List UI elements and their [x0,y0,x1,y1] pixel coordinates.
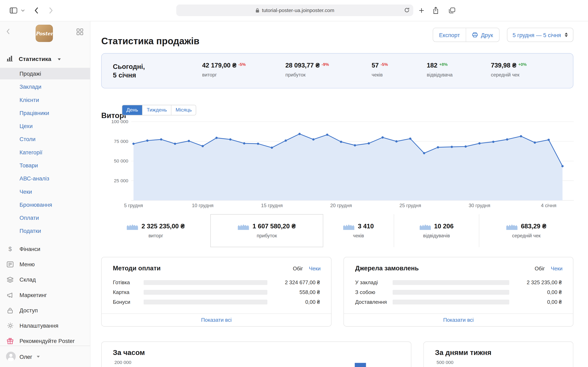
tile-avg-receipt[interactable]: 683,29 ₴ середній чек [479,214,573,247]
sidebar-item-settings[interactable]: Налаштування [0,318,90,333]
svg-text:30 грудня: 30 грудня [468,203,490,208]
sidebar-item-abc-analysis[interactable]: АВС-аналіз [0,172,90,185]
lock-icon [255,8,259,13]
bar-track [393,280,509,285]
svg-text:25 000: 25 000 [114,178,128,183]
print-label: Друк [481,32,493,38]
toggle-receipts[interactable]: Чеки [551,266,562,271]
tile-revenue[interactable]: 2 325 235,00 ₴ виторг [101,214,210,247]
sidebar-item-inventory[interactable]: Склад [0,272,90,287]
url-text: tutorial-poster-ua.joinposter.com [262,8,334,13]
chevron-down-icon[interactable] [20,0,26,21]
sidebar-marketing-label: Маркетинг [20,292,47,298]
svg-text:50 000: 50 000 [114,158,128,164]
source-row-takeaway: З собою 0,00 ₴ [355,287,562,297]
sidebar-item-employees[interactable]: Працівники [0,106,90,119]
show-all-link[interactable]: Показати всі [102,313,331,326]
sidebar-item-marketing[interactable]: Маркетинг [0,287,90,303]
menu-board-icon [7,261,13,267]
today-stat-avg-receipt: 739,98 ₴+0% середній чек [491,62,527,77]
back-icon[interactable] [32,0,40,21]
dollar-icon: $ [7,245,13,252]
export-label: Експорт [439,32,460,38]
user-name: Олег [20,353,33,360]
sidebar-item-finances[interactable]: $ Фінанси [0,241,90,257]
sidebar-item-clients[interactable]: Клієнти [0,93,90,106]
by-weekday-ytick: 500 000 [437,360,453,365]
show-all-link[interactable]: Показати всі [344,313,573,326]
share-icon[interactable] [431,0,440,21]
tile-profit[interactable]: 1 607 580,20 ₴ прибуток [210,214,323,247]
source-row-delivery: Доставлення 0,00 ₴ [355,297,562,307]
sidebar-item-products[interactable]: Товари [0,159,90,172]
export-button[interactable]: Експорт [433,28,466,42]
tab-month[interactable]: Місяць [171,105,196,115]
toggle-turnover[interactable]: Обіг [535,266,545,271]
by-weekday-title: За днями тижня [435,349,492,357]
main-content: Статистика продажів Експорт Друк 5 грудн… [90,21,588,367]
payment-row-cash: Готівка 2 324 677,00 ₴ [113,277,320,287]
order-sources-title: Джерела замовлень [355,265,419,272]
gift-icon [7,338,13,344]
sidebar-item-payments[interactable]: Оплати [0,211,90,224]
by-time-ytick: 200 000 [114,360,131,365]
sidebar-item-taxes[interactable]: Податки [0,224,90,237]
sidebar-inventory-label: Склад [20,276,36,283]
poster-logo-text: Poster [35,31,53,36]
by-time-title: За часом [113,349,145,357]
poster-logo[interactable]: Poster [35,25,53,42]
svg-text:25 грудня: 25 грудня [399,203,421,208]
summary-tiles: 2 325 235,00 ₴ виторг 1 607 580,20 ₴ при… [101,214,573,247]
today-stat-revenue: 42 179,00 ₴-5% виторг [202,62,246,77]
tabs-overview-icon[interactable] [447,0,457,21]
date-range-arrows-icon [565,33,568,37]
period-tabs: День Тиждень Місяць [122,105,196,115]
sparkline-icon [419,223,431,230]
apps-grid-icon[interactable] [77,29,83,37]
date-range-selector[interactable]: 5 грудня — 5 січня [507,28,573,42]
svg-text:20 грудня: 20 грудня [330,203,352,208]
sidebar-item-tables[interactable]: Столи [0,133,90,146]
sidebar-toggle-icon[interactable] [8,0,18,21]
new-tab-icon[interactable] [417,0,426,21]
sidebar-item-reservations[interactable]: Бронювання [0,198,90,211]
sidebar: Poster Статистика Продажі Заклади Клієнт… [0,21,90,367]
tile-visitors[interactable]: 10 206 відвідувачів [394,214,479,247]
sidebar-item-sales[interactable]: Продажі [0,68,90,79]
sidebar-collapse-icon[interactable] [6,29,9,36]
bar-track [144,299,267,304]
sidebar-item-menu[interactable]: Меню [0,257,90,272]
tab-day[interactable]: День [122,105,142,115]
tile-receipts[interactable]: 3 410 чеків [323,214,394,247]
svg-text:4 січня: 4 січня [541,203,556,208]
url-bar[interactable]: tutorial-poster-ua.joinposter.com [176,4,413,16]
sidebar-item-statistics[interactable]: Статистика [0,54,90,64]
sidebar-menu-label: Меню [20,261,35,267]
sparkline-icon [127,223,138,230]
today-stat-visitors: 182+8% відвідувача [427,62,453,77]
sidebar-access-label: Доступ [20,307,38,313]
sidebar-item-receipts[interactable]: Чеки [0,185,90,198]
bar-track [393,299,509,304]
reload-icon[interactable] [404,8,410,14]
sidebar-recommend-label: Рекомендуйте Poster [20,338,75,344]
page-title: Статистика продажів [101,35,199,46]
user-menu[interactable]: Олег [0,346,90,367]
sidebar-item-venues[interactable]: Заклади [0,80,90,93]
print-button[interactable]: Друк [466,28,499,42]
payment-methods-card: Методи оплати Обіг Чеки Готівка 2 324 67… [101,257,332,327]
sidebar-item-access[interactable]: Доступ [0,303,90,318]
forward-icon[interactable] [47,0,55,21]
bar-track [393,290,509,295]
bar-chart-icon [7,55,13,63]
bar-track [144,280,267,285]
toggle-receipts[interactable]: Чеки [309,266,320,271]
lock-icon [7,307,13,313]
sidebar-item-categories[interactable]: Категорії [0,146,90,159]
sidebar-finances-label: Фінанси [20,246,40,252]
tab-week[interactable]: Тиждень [142,105,171,115]
sidebar-item-workshops[interactable]: Цехи [0,119,90,133]
toggle-turnover[interactable]: Обіг [293,266,303,271]
sidebar-settings-label: Налаштування [20,322,58,329]
today-stat-profit: 28 093,77 ₴-9% прибуток [285,62,329,77]
